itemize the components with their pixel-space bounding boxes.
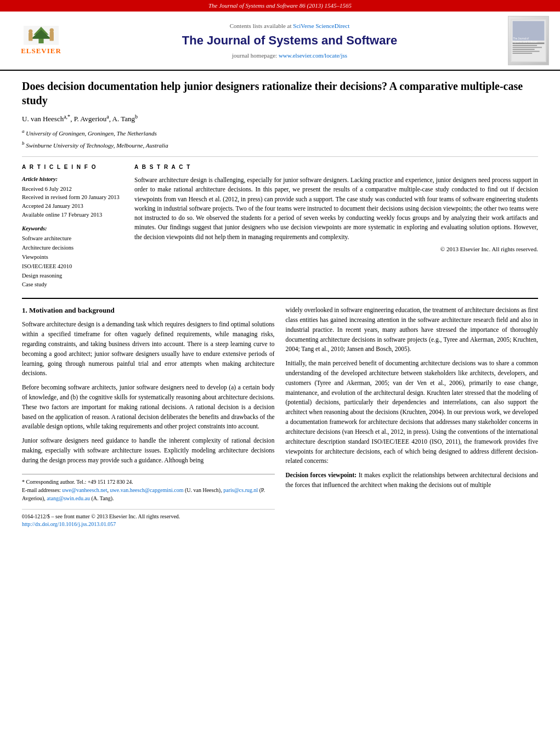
top-bar: The Journal of Systems and Software 86 (… — [0, 0, 560, 12]
bottom-bar: 0164-1212/$ – see front matter © 2013 El… — [22, 509, 275, 528]
paper-title: Does decision documentation help junior … — [22, 79, 538, 108]
received-date: Received 6 July 2012 — [22, 185, 123, 194]
keywords-section: Keywords: Software architecture Architec… — [22, 225, 123, 290]
footnote-star: * Corresponding author. Tel.: +49 151 17… — [22, 478, 275, 486]
email1-link[interactable]: uwe@vanheesch.net — [62, 487, 107, 493]
body-right-col: widely overlooked in software engineerin… — [286, 306, 539, 528]
journal-homepage: journal homepage: www.elsevier.com/locat… — [77, 52, 502, 60]
svg-rect-12 — [513, 45, 538, 46]
affiliation1: a University of Groningen, Groningen, Th… — [22, 128, 538, 138]
abstract-text: Software architecture design is challeng… — [134, 176, 538, 242]
kw2: Architecture decisions — [22, 244, 123, 253]
footnote-emails: E-mail addresses: uwe@vanheesch.net, uwe… — [22, 486, 275, 502]
kw5: Design reasoning — [22, 271, 123, 281]
article-info-col: A R T I C L E I N F O Article history: R… — [22, 163, 123, 290]
copyright-line: © 2013 Elsevier Inc. All rights reserved… — [134, 245, 538, 253]
svg-rect-13 — [513, 47, 542, 48]
svg-point-5 — [50, 28, 54, 32]
revised-date: Received in revised form 20 January 2013 — [22, 193, 123, 202]
kw6: Case study — [22, 280, 123, 290]
email6-link[interactable]: atang@swin.edu.au — [47, 495, 90, 501]
body-para1: Software architecture design is a demand… — [22, 320, 275, 378]
body-para2: Before becoming software architects, jun… — [22, 383, 275, 432]
authors-line: U. van Heescha,*, P. Avgerioua, A. Tangb — [22, 113, 538, 125]
journal-center: Contents lists available at SciVerse Sci… — [71, 22, 508, 60]
author1-name: U. van Heesch — [22, 115, 64, 123]
kw3: Viewpoints — [22, 253, 123, 262]
kw1: Software architecture — [22, 234, 123, 244]
sciverse-line: Contents lists available at SciVerse Sci… — [77, 22, 502, 30]
svg-text:The Journal of: The Journal of — [513, 38, 529, 41]
available-date: Available online 17 February 2013 — [22, 211, 123, 219]
journal-thumbnail: The Journal of Systems and Software — [508, 16, 549, 65]
doi-line: http://dx.doi.org/10.1016/j.jss.2013.01.… — [22, 521, 275, 528]
body-left-col: 1. Motivation and background Software ar… — [22, 306, 275, 528]
svg-rect-1 — [38, 38, 43, 43]
abstract-label: A B S T R A C T — [134, 163, 538, 171]
keywords-title: Keywords: — [22, 225, 123, 233]
affiliation2: b Swinburne University of Technology, Me… — [22, 140, 538, 150]
svg-rect-16 — [513, 53, 533, 54]
section-divider — [22, 298, 538, 299]
svg-rect-6 — [29, 33, 32, 41]
author2-name: , P. Avgeriou — [70, 115, 106, 123]
body-para3: Junior software designers need guidance … — [22, 436, 275, 465]
kw4: ISO/IEC/IEEE 42010 — [22, 262, 123, 271]
email4-link[interactable]: paris@cs.rug.nl — [223, 487, 258, 493]
sciverse-link[interactable]: SciVerse ScienceDirect — [293, 22, 349, 29]
email2-link[interactable]: uwe.van.heesch@capgemini.com — [110, 487, 184, 493]
author3-sup: b — [135, 114, 138, 120]
elsevier-logo: ELSEVIER — [11, 26, 71, 56]
article-info-abstract: A R T I C L E I N F O Article history: R… — [22, 163, 538, 290]
svg-rect-15 — [513, 51, 540, 52]
svg-rect-4 — [50, 32, 54, 41]
doi-link[interactable]: http://dx.doi.org/10.1016/j.jss.2013.01.… — [22, 521, 116, 527]
right-para1: widely overlooked in software engineerin… — [286, 306, 539, 354]
author1-sup: a,* — [64, 114, 70, 120]
svg-rect-14 — [513, 49, 535, 50]
svg-point-7 — [29, 29, 32, 33]
footnote-section: * Corresponding author. Tel.: +49 151 17… — [22, 474, 275, 502]
top-bar-text: The Journal of Systems and Software 86 (… — [208, 2, 352, 9]
journal-homepage-link[interactable]: www.elsevier.com/locate/jss — [279, 52, 347, 59]
df-label: Decision forces viewpoint: — [286, 472, 357, 478]
journal-title-header: The Journal of Systems and Software — [77, 32, 502, 49]
header-section: ELSEVIER Contents lists available at Sci… — [0, 12, 560, 71]
author3-name: , A. Tang — [109, 115, 135, 123]
elsevier-wordmark: ELSEVIER — [21, 46, 61, 56]
article-history: Article history: Received 6 July 2012 Re… — [22, 176, 123, 219]
header-divider — [22, 156, 538, 157]
abstract-col: A B S T R A C T Software architecture de… — [134, 163, 538, 290]
svg-text:Systems and Software: Systems and Software — [513, 41, 538, 43]
elsevier-tree-icon — [22, 26, 60, 45]
history-title: Article history: — [22, 176, 123, 184]
issn-line: 0164-1212/$ – see front matter © 2013 El… — [22, 513, 275, 521]
body-columns: 1. Motivation and background Software ar… — [22, 306, 538, 528]
article-info-label: A R T I C L E I N F O — [22, 163, 123, 171]
content-wrapper: Does decision documentation help junior … — [0, 71, 560, 536]
accepted-date: Accepted 24 January 2013 — [22, 202, 123, 211]
right-para2: Initially, the main perceived benefit of… — [286, 359, 539, 466]
section1-heading: 1. Motivation and background — [22, 306, 275, 315]
decision-forces-block: Decision forces viewpoint: It makes expl… — [286, 471, 539, 490]
